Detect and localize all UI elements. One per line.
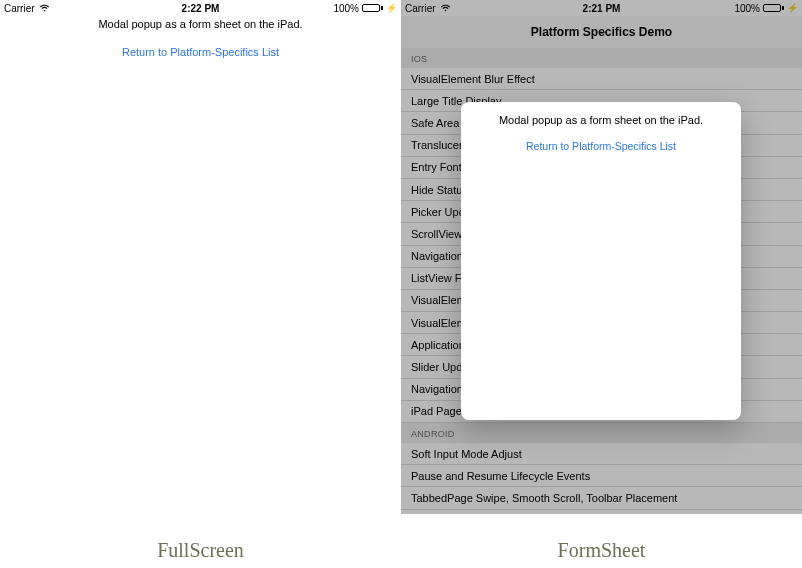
status-time: 2:22 PM [182,3,220,14]
caption-fullscreen: FullScreen [0,539,401,562]
caption-formsheet: FormSheet [401,539,802,562]
modal-description: Modal popup as a form sheet on the iPad. [461,114,741,126]
caption-row: FullScreen FormSheet [0,539,802,562]
status-bar: Carrier 2:22 PM 100% ⚡ [0,0,401,16]
modal-description: Modal popup as a form sheet on the iPad. [0,18,401,30]
return-link[interactable]: Return to Platform-Specifics List [526,140,676,152]
modal-form-sheet: Modal popup as a form sheet on the iPad.… [461,102,741,420]
wifi-icon [39,3,50,14]
battery-icon [362,4,383,12]
charging-icon: ⚡ [386,3,397,13]
formsheet-pane: Carrier 2:21 PM 100% ⚡ Platform Specific… [401,0,802,568]
fullscreen-pane: Carrier 2:22 PM 100% ⚡ Modal popup as a … [0,0,401,568]
carrier-label: Carrier [4,3,35,14]
battery-percent: 100% [333,3,359,14]
return-link[interactable]: Return to Platform-Specifics List [122,46,279,58]
